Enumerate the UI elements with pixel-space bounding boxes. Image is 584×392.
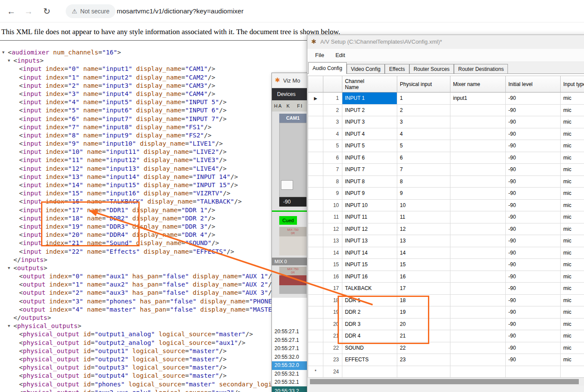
cell-channel-name[interactable]: INPUT 4 (342, 128, 397, 140)
cell-physical-input[interactable]: 10 (397, 200, 450, 212)
cell-initial-level[interactable]: -90 (506, 105, 561, 117)
cell-input-type[interactable]: mic (561, 164, 584, 176)
cell-initial-level[interactable]: -90 (506, 140, 561, 152)
cell-initial-level[interactable]: -90 (506, 247, 561, 259)
cell-mixer-name[interactable] (450, 235, 506, 247)
fader-handle[interactable] (281, 180, 293, 190)
cell-input-type[interactable]: mic (561, 176, 584, 188)
cell-initial-level[interactable]: -90 (506, 200, 561, 212)
cell-physical-input[interactable]: 13 (397, 235, 450, 247)
cell-channel-name[interactable]: INPUT 12 (342, 223, 397, 236)
cell-channel-name[interactable] (342, 366, 397, 378)
tab-router-destinations[interactable]: Router Destinations (454, 64, 508, 74)
cell-input-type[interactable]: mic (561, 188, 584, 200)
back-icon[interactable]: ← (7, 0, 16, 22)
cell-channel-name[interactable]: INPUT 8 (342, 176, 397, 188)
cell-channel-name[interactable]: INPUT 9 (342, 188, 397, 200)
cell-input-type[interactable]: mic (561, 271, 584, 283)
cell-input-type[interactable]: mic (561, 259, 584, 271)
cell-mixer-name[interactable] (450, 342, 506, 354)
cell-channel-name[interactable]: INPUT 16 (342, 271, 397, 283)
cell-physical-input[interactable]: 5 (397, 140, 450, 152)
cell-initial-level[interactable]: -90 (506, 330, 561, 342)
cell-mixer-name[interactable] (450, 200, 506, 212)
menu-edit[interactable]: Edit (335, 52, 345, 58)
cell-input-type[interactable]: mic (561, 319, 584, 331)
cell-physical-input[interactable]: 14 (397, 247, 450, 259)
collapse-arrow-icon[interactable]: ▼ (8, 57, 10, 65)
cell-channel-name[interactable]: INPUT 14 (342, 247, 397, 259)
cell-physical-input[interactable]: 6 (397, 152, 450, 164)
reload-icon[interactable]: ↻ (43, 0, 51, 22)
cell-physical-input[interactable]: 8 (397, 176, 450, 188)
cell-physical-input[interactable]: 3 (397, 116, 450, 128)
menu-file[interactable]: File (315, 52, 324, 58)
cell-input-type[interactable]: mic (561, 235, 584, 247)
av-title-bar[interactable]: ✱ A/V Setup (C:\ChannelTemplates\AVConfi… (307, 35, 584, 49)
cell-mixer-name[interactable] (450, 306, 506, 319)
cell-initial-level[interactable]: -90 (506, 283, 561, 295)
cell-channel-name[interactable]: EFFECTS (342, 354, 397, 366)
cell-mixer-name[interactable] (450, 283, 506, 295)
cell-input-type[interactable]: mic (561, 211, 584, 223)
cell-mixer-name[interactable]: input1 (450, 92, 506, 105)
audio-fader-track[interactable] (279, 123, 306, 197)
cell-initial-level[interactable]: -90 (506, 342, 561, 354)
cell-mixer-name[interactable] (450, 366, 506, 378)
cell-physical-input[interactable]: 7 (397, 164, 450, 176)
cell-input-type[interactable]: mic (561, 223, 584, 236)
cell-initial-level[interactable] (506, 366, 561, 378)
cell-initial-level[interactable]: -90 (506, 211, 561, 223)
collapse-arrow-icon[interactable]: ▼ (8, 264, 10, 272)
cell-input-type[interactable]: mic (561, 283, 584, 295)
cell-mixer-name[interactable] (450, 128, 506, 140)
cell-mixer-name[interactable] (450, 140, 506, 152)
cell-input-type[interactable]: mic (561, 140, 584, 152)
cell-physical-input[interactable]: 18 (397, 295, 450, 307)
cell-input-type[interactable]: mic (561, 295, 584, 307)
cell-mixer-name[interactable] (450, 152, 506, 164)
cell-channel-name[interactable]: DDR 1 (342, 295, 397, 307)
cell-mixer-name[interactable] (450, 271, 506, 283)
tab-audio-config[interactable]: Audio Config (308, 62, 347, 74)
cell-channel-name[interactable]: INPUT 6 (342, 152, 397, 164)
cell-initial-level[interactable]: -90 (506, 188, 561, 200)
scrollbar-thumb[interactable] (310, 379, 579, 384)
forward-icon[interactable]: → (24, 0, 33, 22)
collapse-arrow-icon[interactable]: ▼ (2, 48, 4, 57)
cell-initial-level[interactable]: -90 (506, 223, 561, 236)
cell-physical-input[interactable]: 20 (397, 319, 450, 331)
cell-mixer-name[interactable] (450, 319, 506, 331)
horizontal-scrollbar[interactable] (308, 377, 584, 386)
cell-channel-name[interactable]: INPUT 2 (342, 105, 397, 117)
cell-mixer-name[interactable] (450, 259, 506, 271)
url-text[interactable]: mosartvmc1/v1/dictionary?key=audiomixer (117, 0, 243, 22)
cell-mixer-name[interactable] (450, 211, 506, 223)
cell-initial-level[interactable]: -90 (506, 116, 561, 128)
cell-input-type[interactable]: mic (561, 354, 584, 366)
cell-physical-input[interactable]: 23 (397, 354, 450, 366)
cell-mixer-name[interactable] (450, 188, 506, 200)
cell-physical-input[interactable]: 4 (397, 128, 450, 140)
cell-channel-name[interactable]: INPUT 5 (342, 140, 397, 152)
cell-initial-level[interactable]: -90 (506, 306, 561, 319)
cell-initial-level[interactable]: -90 (506, 152, 561, 164)
cell-channel-name[interactable]: DDR 4 (342, 330, 397, 342)
cell-channel-name[interactable]: TALKBACK (342, 283, 397, 295)
cell-initial-level[interactable]: -90 (506, 235, 561, 247)
cell-mixer-name[interactable] (450, 116, 506, 128)
cell-physical-input[interactable]: 22 (397, 342, 450, 354)
cell-physical-input[interactable]: 17 (397, 283, 450, 295)
tab-router-sources[interactable]: Router Sources (409, 64, 454, 74)
cell-channel-name[interactable]: INPUT 11 (342, 211, 397, 223)
cell-channel-name[interactable]: DDR 3 (342, 319, 397, 331)
cell-mixer-name[interactable] (450, 354, 506, 366)
cell-input-type[interactable]: mic (561, 128, 584, 140)
cell-mixer-name[interactable] (450, 330, 506, 342)
cell-input-type[interactable]: mic (561, 105, 584, 117)
collapse-arrow-icon[interactable]: ▼ (8, 322, 10, 330)
cell-mixer-name[interactable] (450, 176, 506, 188)
cell-input-type[interactable]: mic (561, 330, 584, 342)
cell-physical-input[interactable]: 19 (397, 306, 450, 319)
cell-physical-input[interactable]: 21 (397, 330, 450, 342)
